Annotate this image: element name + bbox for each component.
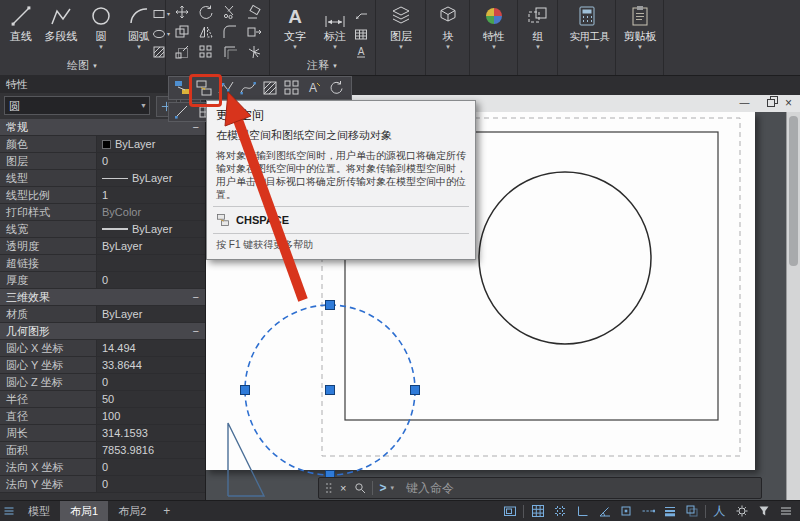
- edit-hatch-icon[interactable]: [259, 78, 280, 98]
- lineweight-display-icon[interactable]: [661, 504, 678, 519]
- property-row-center-y[interactable]: 圆心 Y 坐标 33.8644: [0, 357, 205, 374]
- mirror-icon[interactable]: [198, 24, 214, 40]
- edit-text-icon[interactable]: A: [303, 78, 324, 98]
- annotation-scale-icon[interactable]: 人: [711, 504, 728, 519]
- chevron-down-icon[interactable]: ▼: [429, 43, 467, 51]
- section-header-3d[interactable]: 三维效果 −: [0, 289, 205, 306]
- group-button[interactable]: 组 ▼: [519, 2, 557, 60]
- chevron-down-icon[interactable]: ▼: [276, 43, 314, 51]
- rotate-icon[interactable]: [198, 4, 214, 20]
- command-input-area[interactable]: > ▾ 键入命令: [373, 478, 460, 498]
- edit-polyline-icon[interactable]: [215, 78, 236, 98]
- snap-icon[interactable]: [551, 504, 568, 519]
- table-button[interactable]: [354, 26, 376, 42]
- draw-line-button[interactable]: 直线: [2, 2, 40, 60]
- property-row-transparency[interactable]: 透明度 ByLayer: [0, 238, 205, 255]
- tab-model[interactable]: 模型: [18, 501, 60, 521]
- close-icon[interactable]: ×: [340, 482, 346, 494]
- text-button[interactable]: A 文字 ▼: [276, 2, 314, 60]
- annotation-panel-title[interactable]: 注释▼: [270, 58, 375, 73]
- restore-icon[interactable]: [759, 96, 774, 110]
- leader-button[interactable]: [354, 6, 376, 22]
- array-icon[interactable]: [198, 44, 214, 60]
- grip-left[interactable]: [241, 386, 250, 395]
- scale-icon[interactable]: [174, 44, 190, 60]
- trim-icon[interactable]: [222, 4, 238, 20]
- minimize-icon[interactable]: —: [737, 96, 752, 110]
- chevron-down-icon[interactable]: ▼: [475, 43, 513, 51]
- new-layout-button[interactable]: +: [156, 504, 177, 518]
- move-icon[interactable]: [174, 4, 190, 20]
- customize-icon[interactable]: [777, 504, 794, 519]
- grip-center[interactable]: [326, 386, 335, 395]
- offset-icon[interactable]: [222, 44, 238, 60]
- chevron-down-icon[interactable]: ▼: [568, 43, 606, 51]
- grid-icon[interactable]: [529, 504, 546, 519]
- property-row-circumference[interactable]: 周长 314.1593: [0, 425, 205, 442]
- collapse-icon[interactable]: −: [193, 289, 199, 305]
- property-row-normal-x[interactable]: 法向 X 坐标 0: [0, 459, 205, 476]
- transparency-icon[interactable]: [683, 504, 700, 519]
- edit-line-icon[interactable]: [171, 102, 192, 122]
- erase-icon[interactable]: [246, 4, 262, 20]
- otrack-icon[interactable]: [639, 504, 656, 519]
- search-icon[interactable]: [354, 482, 366, 494]
- property-row-color[interactable]: 颜色 ByLayer: [0, 136, 205, 153]
- property-row-thickness[interactable]: 厚度 0: [0, 272, 205, 289]
- property-row-plotstyle[interactable]: 打印样式 ByColor: [0, 204, 205, 221]
- match-properties-icon[interactable]: [171, 78, 192, 98]
- model-circle[interactable]: [479, 172, 651, 344]
- property-row-normal-y[interactable]: 法向 Y 坐标 0: [0, 476, 205, 493]
- tab-nav-icon[interactable]: [0, 505, 18, 517]
- workspace-gear-icon[interactable]: [733, 504, 750, 519]
- property-row-center-z[interactable]: 圆心 Z 坐标 0: [0, 374, 205, 391]
- chevron-down-icon[interactable]: ▼: [519, 43, 557, 51]
- property-row-area[interactable]: 面积 7853.9816: [0, 442, 205, 459]
- close-icon[interactable]: ×: [781, 96, 796, 110]
- object-type-dropdown[interactable]: 圆 ▼: [4, 96, 150, 115]
- collapse-icon[interactable]: −: [193, 323, 199, 339]
- layers-button[interactable]: 图层 ▼: [382, 2, 420, 60]
- utilities-button[interactable]: 实用工具 ▼: [568, 2, 606, 60]
- property-row-linetype[interactable]: 线型 ByLayer: [0, 170, 205, 187]
- draw-polyline-button[interactable]: 多段线: [42, 2, 80, 60]
- draw-panel-title[interactable]: 绘图▼: [0, 58, 165, 73]
- property-row-hyperlink[interactable]: 超链接: [0, 255, 205, 272]
- osnap-icon[interactable]: [617, 504, 634, 519]
- change-space-button[interactable]: [193, 78, 214, 98]
- command-line[interactable]: × > ▾ 键入命令: [318, 477, 762, 499]
- block-button[interactable]: 块 ▼: [429, 2, 467, 60]
- property-row-linetype-scale[interactable]: 线型比例 1: [0, 187, 205, 204]
- fillet-icon[interactable]: [222, 24, 238, 40]
- grip-right[interactable]: [411, 386, 420, 395]
- paper-model-toggle-icon[interactable]: [501, 504, 518, 519]
- tab-layout1[interactable]: 布局1: [60, 501, 108, 521]
- chevron-down-icon[interactable]: ▼: [316, 43, 354, 51]
- vertical-scrollbar[interactable]: [786, 112, 800, 500]
- explode-icon[interactable]: [246, 44, 262, 60]
- stretch-icon[interactable]: [246, 24, 262, 40]
- copy-icon[interactable]: [174, 24, 190, 40]
- polar-tracking-icon[interactable]: [595, 504, 612, 519]
- draw-circle-button[interactable]: 圆 ▼: [82, 2, 120, 60]
- property-row-material[interactable]: 材质 ByLayer: [0, 306, 205, 323]
- property-row-diameter[interactable]: 直径 100: [0, 408, 205, 425]
- tab-layout2[interactable]: 布局2: [108, 501, 156, 521]
- grip-top[interactable]: [326, 301, 335, 310]
- recent-commands-caret-icon[interactable]: ▾: [390, 484, 394, 492]
- dimension-button[interactable]: 标注 ▼: [316, 2, 354, 60]
- properties-button[interactable]: 特性 ▼: [475, 2, 513, 60]
- ortho-icon[interactable]: [573, 504, 590, 519]
- chevron-down-icon[interactable]: ▼: [621, 43, 659, 51]
- chevron-down-icon[interactable]: ▼: [382, 43, 420, 51]
- clipboard-button[interactable]: 剪贴板 ▼: [621, 2, 659, 60]
- isolate-objects-icon[interactable]: [755, 504, 772, 519]
- property-row-radius[interactable]: 半径 50: [0, 391, 205, 408]
- property-row-layer[interactable]: 图层 0: [0, 153, 205, 170]
- property-row-center-x[interactable]: 圆心 X 坐标 14.494: [0, 340, 205, 357]
- edit-array-icon[interactable]: [281, 78, 302, 98]
- property-row-lineweight[interactable]: 线宽 ByLayer: [0, 221, 205, 238]
- section-header-geometry[interactable]: 几何图形 −: [0, 323, 205, 340]
- edit-spline-icon[interactable]: [237, 78, 258, 98]
- drag-grip-icon[interactable]: [325, 482, 332, 494]
